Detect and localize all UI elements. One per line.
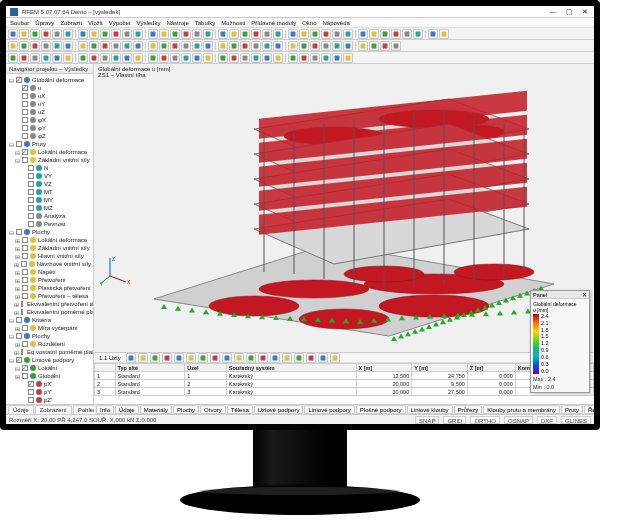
toolbar-button[interactable]	[369, 41, 379, 51]
toolbar-button[interactable]	[240, 29, 250, 39]
table-toolbar-button[interactable]	[138, 353, 148, 363]
toolbar-button[interactable]	[273, 41, 283, 51]
tree-item[interactable]: ⊟Liniové podpory	[8, 356, 91, 364]
status-dxf[interactable]: DXF	[537, 416, 557, 424]
toolbar-button[interactable]	[8, 41, 18, 51]
table-toolbar-button[interactable]	[150, 353, 160, 363]
tree-item[interactable]: ⊟Pruty	[8, 140, 91, 148]
menu-úpravy[interactable]: Úpravy	[35, 20, 54, 26]
bottom-tab[interactable]: Materiály	[140, 405, 172, 414]
tree-item[interactable]: MT	[8, 188, 91, 196]
table-header[interactable]	[95, 364, 116, 372]
toolbar-button[interactable]	[63, 41, 73, 51]
table-toolbar-button[interactable]	[174, 353, 184, 363]
toolbar-button[interactable]	[288, 29, 298, 39]
toolbar-button[interactable]	[439, 29, 449, 39]
toolbar-button[interactable]	[148, 29, 158, 39]
bottom-tab[interactable]: Info	[96, 405, 114, 414]
menu-soubor[interactable]: Soubor	[10, 20, 29, 26]
toolbar-button[interactable]	[332, 41, 342, 51]
tree-item[interactable]: N	[8, 164, 91, 172]
tree-item[interactable]: ⊞Plastická přetvoření	[8, 284, 91, 292]
toolbar-button[interactable]	[251, 53, 261, 63]
table-header[interactable]: Typ sítě	[115, 364, 185, 372]
toolbar-button[interactable]	[111, 29, 121, 39]
table-toolbar-button[interactable]	[234, 353, 244, 363]
tree-item[interactable]: ⊞Globální	[8, 372, 91, 380]
table-toolbar-button[interactable]	[270, 353, 280, 363]
toolbar-button[interactable]	[218, 41, 228, 51]
toolbar-button[interactable]	[133, 53, 143, 63]
toolbar-button[interactable]	[30, 53, 40, 63]
toolbar-button[interactable]	[273, 53, 283, 63]
table-row[interactable]: 3Standard3Kartézský20,00027,5000,000	[95, 388, 594, 396]
toolbar-button[interactable]	[30, 41, 40, 51]
toolbar-button[interactable]	[78, 41, 88, 51]
toolbar-button[interactable]	[288, 41, 298, 51]
tree-item[interactable]: ⊟Plochy	[8, 228, 91, 236]
toolbar-button[interactable]	[159, 53, 169, 63]
menu-zobrazit[interactable]: Zobrazit	[60, 20, 82, 26]
table-toolbar-button[interactable]	[186, 353, 196, 363]
toolbar-button[interactable]	[413, 29, 423, 39]
toolbar-button[interactable]	[218, 29, 228, 39]
bottom-tab[interactable]: Plošné podpory	[356, 405, 406, 414]
tree-item[interactable]: ⊞Rozdělení	[8, 340, 91, 348]
status-ortho[interactable]: ORTHO	[470, 416, 500, 424]
tree-item[interactable]: ⊟Globální deformace	[8, 76, 91, 84]
tree-item[interactable]: VZ	[8, 180, 91, 188]
menu-vložit[interactable]: Vložit	[88, 20, 103, 26]
toolbar-button[interactable]	[273, 29, 283, 39]
toolbar-button[interactable]	[251, 41, 261, 51]
status-gline[interactable]: GLINES	[561, 416, 591, 424]
table-toolbar-button[interactable]	[258, 353, 268, 363]
toolbar-button[interactable]	[203, 41, 213, 51]
nav-tab[interactable]: Údaje	[8, 405, 34, 414]
tree-item[interactable]: u	[8, 84, 91, 92]
tree-item[interactable]: ⊟Základní vnitřní síly	[8, 156, 91, 164]
table-header[interactable]: X [m]	[356, 364, 412, 372]
bottom-tab[interactable]: Tělesa	[227, 405, 253, 414]
toolbar-button[interactable]	[89, 41, 99, 51]
toolbar-button[interactable]	[343, 29, 353, 39]
toolbar-button[interactable]	[262, 29, 272, 39]
bottom-tab[interactable]: Údaje	[115, 405, 139, 414]
table-toolbar-button[interactable]	[198, 353, 208, 363]
toolbar-button[interactable]	[78, 29, 88, 39]
toolbar-button[interactable]	[89, 53, 99, 63]
toolbar-button[interactable]	[369, 29, 379, 39]
toolbar-button[interactable]	[229, 29, 239, 39]
toolbar-button[interactable]	[358, 29, 368, 39]
toolbar-button[interactable]	[181, 41, 191, 51]
tree-item[interactable]: uX	[8, 92, 91, 100]
bottom-tab[interactable]: Řezadla na koncích prutu	[584, 405, 594, 414]
toolbar-button[interactable]	[299, 53, 309, 63]
toolbar-button[interactable]	[111, 53, 121, 63]
toolbar-button[interactable]	[288, 53, 298, 63]
toolbar-button[interactable]	[343, 53, 353, 63]
toolbar-button[interactable]	[41, 53, 51, 63]
tree-item[interactable]: uY	[8, 100, 91, 108]
legend-close-icon[interactable]: ✕	[582, 291, 587, 299]
toolbar-button[interactable]	[380, 29, 390, 39]
tree-item[interactable]: Pevnost	[8, 220, 91, 228]
toolbar-button[interactable]	[52, 53, 62, 63]
maximize-button[interactable]: ▢	[564, 8, 574, 16]
toolbar-button[interactable]	[63, 29, 73, 39]
table-toolbar-button[interactable]	[162, 353, 172, 363]
toolbar-button[interactable]	[100, 53, 110, 63]
toolbar-button[interactable]	[41, 41, 51, 51]
toolbar-button[interactable]	[63, 53, 73, 63]
tree-item[interactable]: ⊟Lokální deformace	[8, 148, 91, 156]
menu-přídavné moduly[interactable]: Přídavné moduly	[251, 20, 296, 26]
toolbar-button[interactable]	[100, 29, 110, 39]
toolbar-button[interactable]	[380, 41, 390, 51]
navigator-tree[interactable]: ⊟Globální deformaceuuXuYuZφXφYφZ⊟Pruty⊟L…	[6, 74, 93, 404]
table-header[interactable]: Z [m]	[467, 364, 515, 372]
toolbar-button[interactable]	[240, 53, 250, 63]
tree-item[interactable]: ⊟Kritéria	[8, 316, 91, 324]
toolbar-button[interactable]	[428, 29, 438, 39]
toolbar-button[interactable]	[203, 53, 213, 63]
toolbar-button[interactable]	[262, 41, 272, 51]
tree-item[interactable]: ⊞Míra vyčerpání	[8, 324, 91, 332]
